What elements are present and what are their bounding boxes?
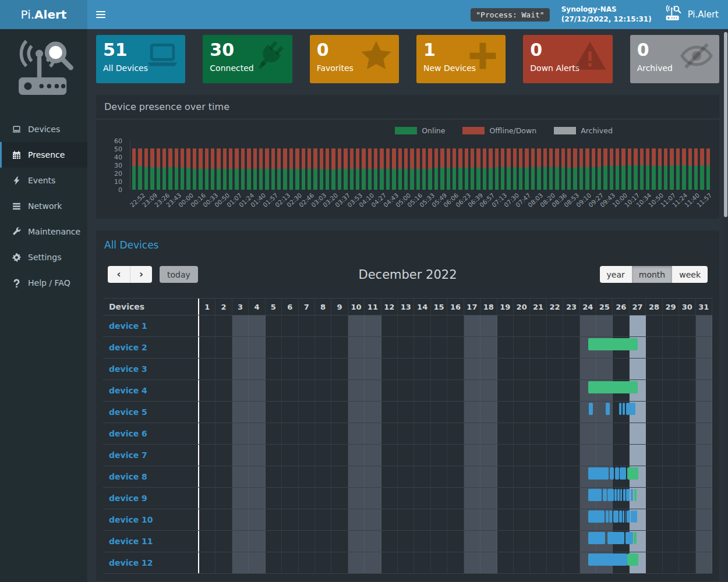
- sidebar-item-events[interactable]: Events: [0, 168, 87, 193]
- device-name-cell: device 7: [103, 445, 198, 466]
- sidebar-item-help-faq[interactable]: Help / FAQ: [0, 270, 87, 296]
- presence-event-blue[interactable]: [606, 403, 610, 415]
- device-link[interactable]: device 8: [109, 472, 147, 481]
- presence-event-blue[interactable]: [631, 510, 632, 523]
- sidebar-item-network[interactable]: Network: [0, 193, 87, 219]
- presence-event-blue[interactable]: [619, 510, 622, 523]
- presence-event-blue[interactable]: [615, 467, 619, 480]
- presence-event-green[interactable]: [627, 467, 638, 480]
- device-link[interactable]: device 12: [109, 558, 153, 567]
- presence-event-blue[interactable]: [609, 510, 612, 523]
- day-number-cell: 27: [630, 299, 646, 315]
- bar-online-segment: [344, 169, 347, 190]
- presence-event-blue[interactable]: [625, 532, 634, 544]
- presence-event-blue[interactable]: [607, 532, 624, 544]
- bar-offline-segment: [628, 148, 631, 165]
- presence-event-blue[interactable]: [623, 489, 626, 501]
- bar-offline-segment: [537, 148, 540, 167]
- device-link[interactable]: device 11: [109, 537, 153, 546]
- presence-event-blue[interactable]: [607, 489, 614, 501]
- device-link[interactable]: device 9: [109, 494, 147, 503]
- device-link[interactable]: device 6: [109, 429, 147, 438]
- presence-event-green[interactable]: [588, 338, 638, 350]
- info-box-favorites[interactable]: 0Favorites: [310, 35, 399, 83]
- scrollbar-thumb[interactable]: [724, 32, 727, 217]
- device-link[interactable]: device 10: [109, 515, 153, 524]
- sidebar-item-devices[interactable]: Devices: [0, 116, 87, 142]
- presence-event-blue[interactable]: [631, 489, 633, 501]
- presence-event-blue[interactable]: [610, 467, 614, 480]
- bar-online-segment: [603, 166, 607, 190]
- sidebar-item-maintenance[interactable]: Maintenance: [0, 219, 87, 244]
- event-layer: [199, 402, 712, 423]
- calendar-view-week-button[interactable]: week: [672, 266, 708, 283]
- presence-event-green[interactable]: [588, 381, 638, 393]
- presence-event-blue[interactable]: [613, 510, 619, 523]
- info-box-new-devices[interactable]: 1New Devices: [416, 35, 506, 83]
- bar-online-segment: [350, 169, 354, 190]
- presence-event-blue[interactable]: [588, 553, 628, 566]
- bar-offline-segment: [223, 148, 227, 169]
- plug-icon: [252, 38, 288, 73]
- presence-event-blue[interactable]: [633, 510, 635, 523]
- chart-bar: [700, 141, 704, 190]
- presence-event-blue[interactable]: [620, 489, 622, 501]
- info-box-down-alerts[interactable]: 0Down Alerts: [523, 35, 612, 83]
- device-name-cell: device 2: [103, 337, 198, 358]
- bar-online-segment: [598, 167, 601, 190]
- device-link[interactable]: device 5: [109, 407, 147, 417]
- page-scrollbar[interactable]: [723, 29, 728, 582]
- info-box-archived[interactable]: 0Archived: [630, 35, 719, 83]
- presence-event-blue[interactable]: [627, 510, 630, 523]
- presence-event-blue[interactable]: [603, 489, 607, 501]
- info-box-connected[interactable]: 30Connected: [203, 35, 292, 83]
- device-link[interactable]: device 1: [109, 321, 147, 331]
- event-layer: [199, 488, 712, 509]
- app-logo[interactable]: Pi.Alert: [0, 0, 87, 29]
- device-link[interactable]: device 4: [109, 386, 147, 395]
- presence-event-blue[interactable]: [630, 403, 635, 415]
- calendar-prev-button[interactable]: ‹: [108, 266, 130, 283]
- presence-event-blue[interactable]: [623, 510, 624, 523]
- presence-event-blue[interactable]: [614, 489, 617, 501]
- device-link[interactable]: device 2: [109, 343, 147, 352]
- presence-event-green[interactable]: [627, 553, 638, 566]
- bar-online-segment: [688, 166, 692, 190]
- presence-event-blue[interactable]: [606, 510, 609, 523]
- sidebar-item-settings[interactable]: Settings: [0, 244, 87, 270]
- bar-online-segment: [694, 166, 698, 190]
- brand-link[interactable]: Pi.Alert: [663, 5, 719, 24]
- bar-online-segment: [501, 167, 504, 190]
- calendar-view-month-button[interactable]: month: [632, 266, 672, 283]
- chart-bar: [616, 141, 619, 190]
- presence-event-blue[interactable]: [635, 510, 637, 523]
- presence-event-blue[interactable]: [626, 403, 630, 415]
- presence-event-blue[interactable]: [617, 489, 619, 501]
- presence-event-green[interactable]: [634, 532, 637, 544]
- table-row: device 7: [103, 445, 712, 466]
- presence-event-blue[interactable]: [626, 489, 630, 501]
- presence-event-blue[interactable]: [589, 403, 593, 415]
- device-link[interactable]: device 3: [109, 364, 147, 374]
- info-box-all-devices[interactable]: 51All Devices: [96, 35, 185, 83]
- calendar-next-button[interactable]: ›: [130, 266, 152, 283]
- chart-bar: [453, 141, 456, 190]
- presence-event-blue[interactable]: [619, 403, 621, 415]
- bar-offline-segment: [603, 148, 607, 166]
- presence-event-blue[interactable]: [588, 510, 605, 523]
- presence-event-blue[interactable]: [588, 489, 602, 501]
- calendar-view-year-button[interactable]: year: [600, 266, 632, 283]
- device-link[interactable]: device 7: [109, 450, 147, 460]
- presence-event-blue[interactable]: [588, 532, 605, 544]
- sidebar-item-presence[interactable]: Presence: [0, 142, 87, 168]
- presence-event-green[interactable]: [634, 489, 637, 501]
- presence-event-blue[interactable]: [620, 467, 626, 480]
- presence-event-blue[interactable]: [588, 467, 609, 480]
- bar-offline-segment: [495, 148, 499, 167]
- presence-event-blue[interactable]: [623, 403, 625, 415]
- question-icon: [12, 278, 22, 288]
- presence-event-blue[interactable]: [625, 510, 627, 523]
- sidebar-toggle-button[interactable]: [87, 0, 114, 29]
- chart-bar: [356, 141, 359, 190]
- calendar-today-button[interactable]: today: [160, 266, 198, 283]
